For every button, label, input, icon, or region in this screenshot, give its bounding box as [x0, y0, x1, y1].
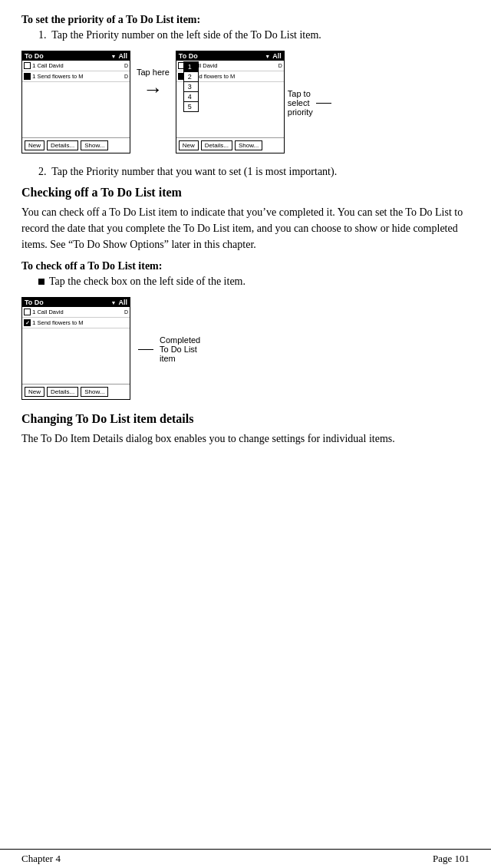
pda1-row1-checkbox [24, 62, 31, 69]
pda1-row2-note: D [124, 74, 128, 79]
tap-select-annotation: Tap to select priority [288, 89, 331, 117]
section2-heading: Changing To Do List item details [21, 412, 470, 426]
arrow-section: Tap here → [130, 68, 176, 100]
pda1-new-btn[interactable]: New [25, 140, 44, 150]
completed-horiz-line [138, 349, 153, 350]
pda2-footer: New Details... Show... [176, 137, 284, 153]
step1-text: 1. Tap the Priority number on the left s… [38, 29, 470, 41]
pda3-dropdown-icon: ▼ [111, 300, 117, 305]
pda2-row2-text: end flowers to M [193, 73, 282, 80]
pda3-details-btn[interactable]: Details... [47, 387, 78, 397]
pda3-app-name: To Do [25, 299, 44, 306]
pda2-header: To Do ▼ All [176, 51, 284, 61]
pda2-row1-text: Call David [191, 62, 276, 69]
pda3-show-btn[interactable]: Show... [81, 387, 108, 397]
pda3-filter: All [118, 299, 127, 306]
pda3-row1: 1 Call David D [22, 307, 130, 318]
section2-body: The To Do Item Details dialog box enable… [21, 431, 470, 447]
figure2: To Do ▼ All 1 Call David D ✓ 1 Send flow… [21, 297, 470, 400]
pda3-row2-priority: 1 [32, 319, 35, 326]
figure1: To Do ▼ All 1 Call David D 1 Send flower… [21, 51, 470, 153]
priority-popup: 1 2 3 4 5 [183, 61, 199, 112]
footer-right: Page 101 [433, 853, 470, 865]
tap-here-label: Tap here [137, 68, 170, 77]
check-bullet-item: Tap the check box on the left side of th… [38, 276, 470, 288]
pda1-details-btn[interactable]: Details... [47, 140, 78, 150]
pda2-dropdown-icon: ▼ [265, 54, 270, 59]
pda2-screen: To Do ▼ All 1 Call David D 1 end flowers… [176, 51, 285, 153]
step2-text: 2. Tap the Priority number that you want… [38, 166, 470, 178]
pda1-app-name: To Do [25, 52, 44, 60]
pda3-new-btn[interactable]: New [25, 387, 44, 397]
pda2-filter: All [272, 52, 282, 60]
section1-body: You can check off a To Do List item to i… [21, 204, 470, 252]
check-bullet-text: Tap the check box on the left side of th… [49, 276, 246, 288]
pda1-row1: 1 Call David D [22, 61, 130, 71]
pda3-row2-checkbox: ✓ [24, 319, 31, 326]
popup-num-4[interactable]: 4 [184, 92, 198, 102]
pda2-container: To Do ▼ All 1 Call David D 1 end flowers… [176, 51, 285, 153]
check-title: To check off a To Do List item: [21, 260, 470, 272]
pda1-filter: All [118, 52, 127, 60]
pda1-row1-text: Call David [37, 62, 122, 69]
page-footer: Chapter 4 Page 101 [0, 849, 491, 868]
set-priority-title: To set the priority of a To Do List item… [21, 14, 470, 26]
pda2-show-btn[interactable]: Show... [235, 140, 262, 150]
pda1-row2-priority: 1 [32, 73, 35, 80]
pda1-row2: 1 Send flowers to M D [22, 71, 130, 82]
pda2-new-btn[interactable]: New [179, 140, 199, 150]
tap-select-label: Tap to select priority [288, 89, 313, 117]
pda1-row1-priority: 1 [32, 62, 35, 69]
footer-left: Chapter 4 [21, 853, 61, 865]
popup-num-5[interactable]: 5 [184, 102, 198, 111]
pda1-dropdown-icon: ▼ [111, 54, 117, 59]
pda3-row2: ✓ 1 Send flowers to M [22, 318, 130, 328]
pda1-header: To Do ▼ All [22, 51, 130, 61]
pda3-row1-text: Call David [37, 309, 122, 315]
completed-annotation-row: Completed To Do List item [138, 335, 200, 363]
popup-num-2[interactable]: 2 [184, 72, 198, 82]
tap-select-line: Tap to select priority [288, 89, 331, 117]
pda3-body [22, 328, 130, 384]
pda1-row1-note: D [124, 63, 128, 68]
pda2-app-name: To Do [179, 52, 198, 60]
annotation-horiz-line [316, 103, 331, 104]
pda1-container: To Do ▼ All 1 Call David D 1 Send flower… [21, 51, 130, 153]
pda1-show-btn[interactable]: Show... [81, 140, 108, 150]
pda3-footer: New Details... Show... [22, 384, 130, 399]
pda1-body [22, 82, 130, 137]
pda3-screen: To Do ▼ All 1 Call David D ✓ 1 Send flow… [21, 297, 130, 400]
pda1-header-right: ▼ All [111, 52, 127, 60]
pda3-row1-checkbox [24, 309, 31, 315]
pda3-header-right: ▼ All [111, 299, 127, 306]
pda1-row2-checkbox [24, 73, 31, 80]
bullet-square-icon [38, 279, 44, 285]
pda2-header-right: ▼ All [265, 52, 281, 60]
pda3-container: To Do ▼ All 1 Call David D ✓ 1 Send flow… [21, 297, 130, 400]
pda1-row2-text: Send flowers to M [37, 73, 122, 80]
popup-num-1[interactable]: 1 [184, 62, 198, 72]
right-arrow-icon: → [143, 80, 163, 100]
completed-label-section: Completed To Do List item [138, 335, 200, 363]
pda3-row1-note: D [124, 309, 128, 315]
pda2-details-btn[interactable]: Details... [201, 140, 232, 150]
pda3-row1-priority: 1 [32, 309, 35, 315]
pda1-screen: To Do ▼ All 1 Call David D 1 Send flower… [21, 51, 130, 153]
pda3-row2-text: Send flowers to M [37, 319, 128, 326]
completed-label-text: Completed To Do List item [160, 335, 200, 363]
pda3-header: To Do ▼ All [22, 298, 130, 307]
section1-heading: Checking off a To Do List item [21, 186, 470, 200]
pda1-footer: New Details... Show... [22, 137, 130, 153]
popup-num-3[interactable]: 3 [184, 82, 198, 92]
pda2-row1-note: D [278, 63, 282, 68]
